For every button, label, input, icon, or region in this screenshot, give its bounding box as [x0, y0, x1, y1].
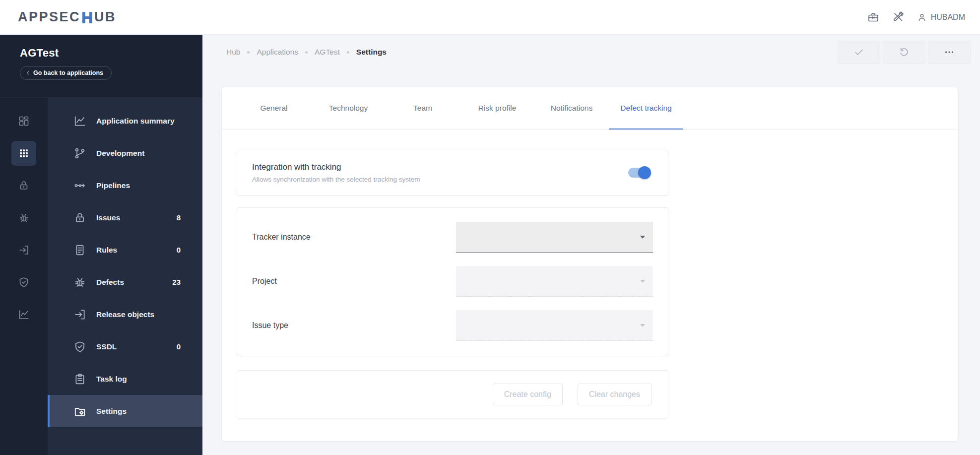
- main-content: Hub Applications AGTest Settings: [202, 35, 980, 455]
- settings-tabs: General Technology Team Risk profile Not…: [222, 87, 958, 130]
- rail-chart-icon[interactable]: [0, 298, 48, 330]
- sidebar-item-rules[interactable]: Rules 0: [48, 234, 202, 266]
- tab-technology[interactable]: Technology: [311, 87, 386, 129]
- create-config-button[interactable]: Create config: [493, 384, 563, 405]
- logo-h-icon: [81, 10, 93, 25]
- appsechub-logo[interactable]: APPSEC UB: [18, 9, 116, 25]
- sidebar-item-application-summary[interactable]: Application summary: [48, 105, 202, 137]
- rail-active-indicator: [11, 141, 36, 166]
- go-back-label: Go back to applications: [33, 69, 103, 76]
- integration-title: Integration with tracking: [252, 162, 420, 172]
- more-actions-button[interactable]: [928, 41, 971, 64]
- toggle-thumb: [638, 166, 651, 179]
- pipeline-icon: [73, 179, 86, 192]
- export-icon: [73, 308, 86, 321]
- breadcrumb-bar: Hub Applications AGTest Settings: [202, 35, 980, 69]
- sidebar-item-development[interactable]: Development: [48, 137, 202, 169]
- sidebar-item-defects[interactable]: Defects 23: [48, 266, 202, 298]
- project-label: Project: [252, 277, 277, 286]
- rail-dashboard-icon[interactable]: [0, 105, 48, 137]
- top-bar: APPSEC UB: [0, 0, 980, 35]
- page-actions: [838, 41, 971, 64]
- menu-label: Rules: [96, 246, 117, 255]
- breadcrumb-hub[interactable]: Hub: [226, 48, 240, 57]
- user-icon: [917, 12, 927, 22]
- issue-type-select: [456, 310, 653, 341]
- sidebar-item-release-objects[interactable]: Release objects: [48, 298, 202, 330]
- clear-changes-button[interactable]: Clear changes: [578, 384, 652, 405]
- rail-exit-icon[interactable]: [0, 234, 48, 266]
- user-name: HUBADM: [931, 13, 965, 22]
- folder-gear-icon: [73, 405, 86, 418]
- issue-type-row: Issue type: [252, 310, 653, 341]
- icon-rail: [0, 98, 48, 455]
- issue-type-label: Issue type: [252, 321, 288, 330]
- tab-team[interactable]: Team: [386, 87, 460, 129]
- tracker-form-card: Tracker instance Project Issue type: [237, 207, 668, 356]
- dropdown-arrow-icon: [640, 280, 645, 283]
- tools-icon[interactable]: [892, 11, 904, 23]
- topbar-actions: HUBADM: [867, 11, 965, 23]
- project-select: [456, 266, 653, 297]
- tab-defect-tracking[interactable]: Defect tracking: [609, 87, 683, 129]
- breadcrumb: Hub Applications AGTest Settings: [226, 48, 387, 57]
- tracker-instance-label: Tracker instance: [252, 233, 311, 242]
- project-row: Project: [252, 266, 653, 297]
- restore-icon: [899, 47, 910, 58]
- form-actions-card: Create config Clear changes: [237, 370, 668, 418]
- tab-notifications[interactable]: Notifications: [534, 87, 609, 129]
- integration-text: Integration with tracking Allows synchro…: [252, 162, 420, 183]
- settings-panel: General Technology Team Risk profile Not…: [222, 87, 958, 441]
- tracker-instance-select[interactable]: [456, 222, 653, 253]
- tracker-instance-row: Tracker instance: [252, 222, 653, 253]
- integration-toggle[interactable]: [628, 168, 650, 178]
- rail-bug-icon[interactable]: [0, 201, 48, 234]
- breadcrumb-agtest[interactable]: AGTest: [315, 48, 340, 57]
- menu-label: SSDL: [96, 342, 117, 351]
- confirm-button[interactable]: [838, 41, 880, 64]
- sidebar-item-settings[interactable]: Settings: [48, 395, 202, 427]
- clipboard-icon: [73, 373, 86, 386]
- menu-label: Defects: [96, 278, 124, 287]
- user-menu[interactable]: HUBADM: [917, 12, 965, 22]
- branch-icon: [73, 147, 86, 160]
- application-name: AGTest: [20, 47, 202, 60]
- document-icon: [73, 244, 86, 257]
- breadcrumb-separator: [305, 51, 308, 54]
- breadcrumb-applications[interactable]: Applications: [257, 48, 298, 57]
- go-back-button[interactable]: Go back to applications: [20, 66, 112, 80]
- sidebar-item-pipelines[interactable]: Pipelines: [48, 169, 202, 201]
- breadcrumb-settings: Settings: [356, 48, 387, 57]
- integration-card: Integration with tracking Allows synchro…: [237, 150, 668, 195]
- breadcrumb-separator: [347, 51, 349, 54]
- lock-alert-icon: [73, 211, 86, 224]
- menu-label: Issues: [96, 213, 120, 222]
- rail-shield-icon[interactable]: [0, 266, 48, 298]
- menu-badge: 23: [172, 278, 181, 286]
- sidebar-item-task-log[interactable]: Task log: [48, 363, 202, 395]
- line-chart-icon: [73, 115, 86, 128]
- shield-check-icon: [73, 340, 86, 353]
- rail-applications-icon[interactable]: [0, 137, 48, 169]
- tab-risk-profile[interactable]: Risk profile: [460, 87, 534, 129]
- menu-label: Task log: [96, 375, 127, 384]
- chevron-left-icon: [25, 70, 31, 76]
- restore-button[interactable]: [883, 41, 925, 64]
- menu-label: Release objects: [96, 310, 154, 319]
- bug-icon: [73, 276, 86, 289]
- toolbox-icon[interactable]: [867, 11, 879, 23]
- menu-label: Development: [96, 149, 144, 158]
- sidebar-header: AGTest Go back to applications: [0, 35, 202, 98]
- tab-general[interactable]: General: [237, 87, 311, 129]
- menu-label: Settings: [96, 407, 127, 416]
- integration-subtitle: Allows synchronization with the selected…: [252, 176, 420, 183]
- rail-lock-icon[interactable]: [0, 169, 48, 201]
- menu-badge: 0: [177, 342, 181, 351]
- sidebar-item-ssdl[interactable]: SSDL 0: [48, 330, 202, 363]
- menu-badge: 0: [177, 246, 181, 254]
- breadcrumb-separator: [247, 51, 250, 54]
- dropdown-arrow-icon: [640, 324, 645, 327]
- menu-label: Pipelines: [96, 181, 130, 190]
- menu-label: Application summary: [96, 117, 175, 126]
- sidebar-item-issues[interactable]: Issues 8: [48, 201, 202, 234]
